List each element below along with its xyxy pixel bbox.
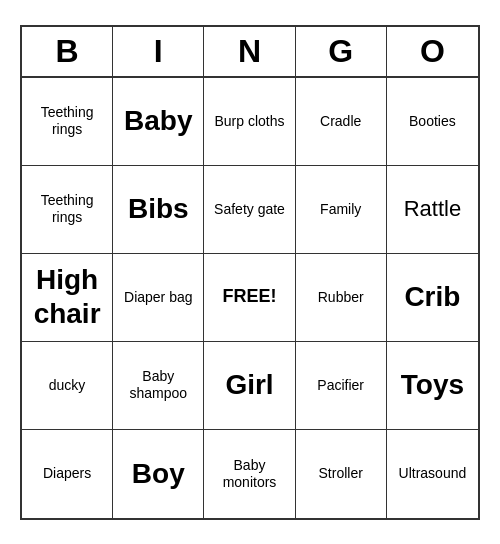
bingo-cell: Rattle [387, 166, 478, 254]
bingo-cell: Boy [113, 430, 204, 518]
bingo-header-letter: G [296, 27, 387, 76]
bingo-cell: Cradle [296, 78, 387, 166]
bingo-header-letter: I [113, 27, 204, 76]
bingo-cell: Family [296, 166, 387, 254]
bingo-cell: Safety gate [204, 166, 295, 254]
bingo-header-letter: B [22, 27, 113, 76]
bingo-cell: Rubber [296, 254, 387, 342]
bingo-cell: Teething rings [22, 166, 113, 254]
bingo-cell: Ultrasound [387, 430, 478, 518]
bingo-header-letter: O [387, 27, 478, 76]
bingo-cell: High chair [22, 254, 113, 342]
bingo-cell: FREE! [204, 254, 295, 342]
bingo-cell: Pacifier [296, 342, 387, 430]
bingo-header-letter: N [204, 27, 295, 76]
bingo-cell: Burp cloths [204, 78, 295, 166]
bingo-cell: Crib [387, 254, 478, 342]
bingo-cell: Stroller [296, 430, 387, 518]
bingo-grid: Teething ringsBabyBurp clothsCradleBooti… [22, 78, 478, 518]
bingo-cell: ducky [22, 342, 113, 430]
bingo-cell: Baby monitors [204, 430, 295, 518]
bingo-cell: Teething rings [22, 78, 113, 166]
bingo-cell: Baby shampoo [113, 342, 204, 430]
bingo-cell: Toys [387, 342, 478, 430]
bingo-cell: Baby [113, 78, 204, 166]
bingo-cell: Booties [387, 78, 478, 166]
bingo-card: BINGO Teething ringsBabyBurp clothsCradl… [20, 25, 480, 520]
bingo-cell: Diapers [22, 430, 113, 518]
bingo-cell: Diaper bag [113, 254, 204, 342]
bingo-cell: Girl [204, 342, 295, 430]
bingo-header: BINGO [22, 27, 478, 78]
bingo-cell: Bibs [113, 166, 204, 254]
